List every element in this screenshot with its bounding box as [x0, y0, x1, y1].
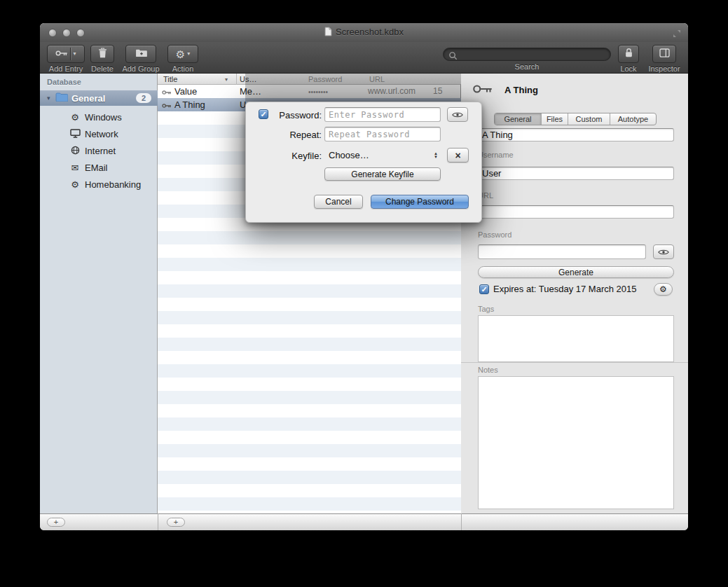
search-icon	[448, 50, 458, 63]
lock-icon	[625, 48, 633, 60]
sidebar-header: Database	[47, 78, 81, 86]
segment-divider	[70, 48, 71, 60]
dialog-password-checkbox[interactable]: ✓	[259, 109, 268, 119]
sidebar-group-general[interactable]: ▾ General 2	[40, 90, 158, 106]
delete-button[interactable]: Delete	[90, 45, 115, 73]
add-group-plus-button[interactable]: +	[47, 518, 65, 527]
panel-divider	[461, 513, 462, 530]
tab-autotype[interactable]: Autotype	[610, 113, 656, 125]
inspector-label: Inspector	[647, 64, 682, 73]
username-label: Username	[478, 151, 514, 159]
tab-general[interactable]: General	[495, 113, 541, 125]
expires-options-button[interactable]: ⚙	[654, 283, 673, 296]
entry-title: A Thing	[174, 99, 205, 110]
app-window: Screenshot.kdbx ▾ Add Entry Delete	[40, 23, 688, 530]
sidebar-item-network[interactable]: Network	[40, 126, 158, 141]
inspector-button[interactable]: Inspector	[647, 45, 682, 73]
chevron-down-icon: ▾	[187, 51, 190, 57]
sidebar-item-label: Network	[85, 129, 118, 139]
sidebar-item-label: Windows	[85, 112, 122, 123]
tags-textarea[interactable]	[478, 315, 674, 362]
sidebar-item-homebanking[interactable]: ⚙ Homebanking	[40, 177, 158, 192]
add-entry-plus-button[interactable]: +	[167, 518, 185, 527]
inspector-panel-icon	[659, 48, 670, 60]
trash-icon	[98, 48, 107, 61]
gear-icon: ⚙	[69, 113, 81, 122]
document-icon	[324, 27, 332, 39]
dialog-repeat-input[interactable]	[324, 127, 441, 141]
search-label: Search	[443, 62, 611, 71]
column-header-title[interactable]: Title	[163, 75, 177, 83]
fullscreen-icon[interactable]	[673, 28, 681, 41]
action-label: Action	[167, 64, 199, 73]
sidebar: Database ▾ General 2 ⚙ Windows Network I…	[40, 74, 158, 513]
generate-password-button[interactable]: Generate	[478, 266, 674, 278]
password-label: Password	[478, 230, 511, 239]
notes-label: Notes	[478, 366, 498, 374]
dialog-password-input[interactable]	[324, 107, 441, 122]
bottom-bar: + +	[40, 513, 688, 530]
eye-icon	[452, 109, 463, 121]
close-icon: ×	[455, 150, 460, 161]
gear-icon: ⚙	[176, 49, 185, 60]
generate-keyfile-button[interactable]: Generate Keyfile	[324, 167, 441, 181]
notes-textarea[interactable]	[478, 376, 674, 509]
inspector-panel: A Thing General Files Custom Autotype Us…	[461, 74, 688, 513]
check-icon: ✓	[481, 285, 487, 294]
panel-divider	[158, 513, 158, 530]
count-badge: 2	[136, 93, 151, 103]
action-button[interactable]: ⚙ ▾ Action	[167, 45, 199, 73]
lock-button[interactable]: Lock	[617, 45, 640, 73]
titlebar: Screenshot.kdbx	[40, 23, 688, 42]
url-field[interactable]	[478, 205, 674, 219]
sidebar-item-label: EMail	[85, 163, 108, 173]
window-title: Screenshot.kdbx	[40, 27, 688, 39]
cancel-button[interactable]: Cancel	[314, 195, 363, 209]
sheet-dim-overlay	[245, 74, 461, 102]
gear-icon: ⚙	[659, 284, 667, 294]
dialog-reveal-password-button[interactable]	[447, 107, 468, 122]
expires-label: Expires at: Tuesday 17 March 2015	[493, 284, 637, 294]
search-input[interactable]	[460, 48, 605, 60]
toolbar-search: Search	[443, 45, 611, 71]
sidebar-item-label: Homebanking	[85, 179, 141, 190]
clear-keyfile-button[interactable]: ×	[447, 148, 469, 163]
dialog-password-label: Password:	[271, 110, 322, 120]
chevron-down-icon: ▾	[73, 51, 76, 57]
sidebar-group-label: General	[71, 93, 136, 104]
sidebar-item-internet[interactable]: Internet	[40, 143, 158, 158]
password-field[interactable]	[478, 244, 646, 259]
folder-plus-icon	[135, 48, 147, 60]
envelope-icon: ✉	[69, 163, 81, 172]
eye-icon	[658, 246, 669, 258]
entry-title: Value	[174, 86, 197, 97]
username-field[interactable]	[478, 167, 674, 180]
title-field[interactable]	[478, 128, 674, 141]
stepper-arrows-icon: ▲▼	[434, 152, 441, 159]
lock-label: Lock	[617, 64, 640, 73]
sidebar-item-email[interactable]: ✉ EMail	[40, 160, 158, 175]
dialog-keyfile-label: Keyfile:	[271, 151, 322, 161]
delete-label: Delete	[90, 64, 115, 73]
sidebar-item-windows[interactable]: ⚙ Windows	[40, 109, 158, 125]
change-password-button[interactable]: Change Password	[371, 195, 469, 209]
reveal-password-button[interactable]	[653, 244, 674, 259]
tab-custom[interactable]: Custom	[568, 113, 610, 125]
inspector-entry-title: A Thing	[504, 85, 538, 95]
key-icon	[472, 82, 493, 99]
sidebar-item-label: Internet	[85, 146, 116, 156]
key-icon	[162, 101, 172, 111]
add-entry-button[interactable]: ▾ Add Entry	[46, 45, 85, 73]
add-entry-label: Add Entry	[46, 64, 85, 73]
check-icon: ✓	[260, 110, 266, 118]
add-group-button[interactable]: Add Group	[121, 45, 161, 73]
folder-icon	[55, 92, 68, 104]
expires-checkbox[interactable]: ✓	[479, 284, 489, 294]
column-divider[interactable]	[236, 74, 237, 85]
tab-files[interactable]: Files	[541, 113, 568, 125]
keyfile-popup[interactable]: Choose… ▲▼	[324, 148, 441, 163]
inspector-tabs: General Files Custom Autotype	[494, 113, 657, 125]
sort-arrow-icon: ▾	[225, 76, 228, 83]
section-divider	[461, 362, 688, 363]
disclosure-triangle-icon[interactable]: ▾	[47, 95, 55, 102]
